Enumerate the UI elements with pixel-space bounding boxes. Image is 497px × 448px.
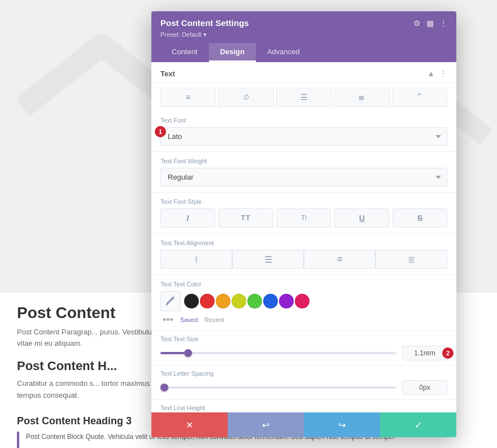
color-recent-label[interactable]: Recent: [204, 316, 224, 323]
section-header: Text ▲ ⋮: [151, 62, 456, 83]
color-dots-btn[interactable]: •••: [163, 315, 173, 325]
color-swatch-pink[interactable]: [295, 294, 309, 308]
redo-button[interactable]: ↪: [304, 412, 380, 437]
settings-icon[interactable]: ⚙: [413, 19, 421, 28]
cancel-button[interactable]: ✕: [151, 412, 228, 437]
modal-panel: Post Content Settings ⚙ ▦ ⋮ Preset: Defa…: [151, 11, 456, 437]
modal-preset[interactable]: Preset: Default ▾: [160, 31, 447, 38]
format-btn-quote[interactable]: ": [392, 88, 447, 107]
tab-design[interactable]: Design: [209, 43, 256, 62]
eyedropper-icon: [165, 296, 176, 306]
text-letter-spacing-section: Text Letter Spacing: [151, 366, 456, 400]
text-format-icon-row: ≡ ∅ ☰ ≣ ": [151, 83, 456, 111]
text-color-section: Text Text Color •••: [151, 275, 456, 331]
style-strikethrough-btn[interactable]: S: [393, 208, 447, 228]
font-style-buttons: I TT Tt U S: [160, 208, 447, 228]
tab-advanced[interactable]: Advanced: [256, 43, 311, 62]
modal-footer: ✕ ↩ ↪ ✓: [151, 412, 456, 437]
section-controls: ▲ ⋮: [427, 69, 447, 78]
tab-content[interactable]: Content: [160, 43, 209, 62]
alignment-buttons: ⁞ ☰ ≡ ≣: [160, 250, 447, 269]
align-center-btn[interactable]: ☰: [232, 250, 304, 269]
modal-body: Text ▲ ⋮ ≡ ∅ ☰ ≣ " Text Font 1 Lato Text…: [151, 62, 456, 412]
style-italic-btn[interactable]: I: [160, 208, 215, 228]
undo-icon: ↩: [262, 420, 269, 430]
color-eyedropper-btn[interactable]: [160, 291, 181, 311]
align-right-btn[interactable]: ≡: [304, 250, 376, 269]
color-swatch-orange[interactable]: [216, 294, 230, 308]
text-font-style-section: Text Font Style I TT Tt U S: [151, 193, 456, 234]
text-font-style-label: Text Font Style: [160, 198, 447, 205]
text-line-height-label: Text Line Height: [160, 404, 447, 411]
text-alignment-section: Text Text Alignment ⁞ ☰ ≡ ≣: [151, 234, 456, 275]
text-font-section: Text Font 1 Lato: [151, 111, 456, 152]
save-icon: ✓: [415, 420, 422, 430]
align-justify-btn[interactable]: ≣: [376, 250, 447, 269]
cancel-icon: ✕: [186, 420, 193, 430]
modal-title: Post Content Settings: [160, 18, 249, 28]
style-capitalize-btn[interactable]: Tt: [277, 208, 332, 228]
format-btn-strikethrough[interactable]: ∅: [218, 88, 273, 107]
section-title: Text: [160, 69, 175, 78]
redo-icon: ↪: [338, 420, 346, 430]
columns-icon[interactable]: ▦: [426, 19, 434, 28]
color-swatch-green[interactable]: [247, 294, 262, 308]
align-left-btn[interactable]: ⁞: [160, 250, 232, 269]
text-letter-spacing-label: Text Letter Spacing: [160, 370, 447, 377]
text-size-section: Text Text Size 2: [151, 331, 456, 366]
format-btn-list[interactable]: ≣: [334, 88, 389, 107]
badge-2: 2: [442, 347, 454, 359]
more-icon[interactable]: ⋮: [439, 19, 447, 28]
text-font-weight-section: Text Font Weight Regular: [151, 152, 456, 193]
section-more-icon[interactable]: ⋮: [439, 69, 447, 78]
modal-header-icons: ⚙ ▦ ⋮: [413, 19, 447, 28]
color-swatch-red[interactable]: [200, 294, 215, 308]
undo-button[interactable]: ↩: [228, 412, 304, 437]
format-btn-align-left[interactable]: ≡: [160, 88, 216, 107]
style-underline-btn[interactable]: U: [334, 208, 389, 228]
text-font-select[interactable]: Lato: [160, 127, 447, 146]
badge-1: 1: [155, 126, 166, 137]
modal-header: Post Content Settings ⚙ ▦ ⋮ Preset: Defa…: [151, 11, 456, 62]
text-letter-spacing-track[interactable]: [160, 386, 396, 389]
text-line-height-section: Text Line Height 3: [151, 400, 456, 412]
format-btn-center[interactable]: ☰: [276, 88, 332, 107]
text-size-input[interactable]: [402, 346, 447, 360]
color-saved-label[interactable]: Saved: [180, 316, 198, 323]
save-button[interactable]: ✓: [380, 412, 456, 437]
color-swatch-yellow[interactable]: [232, 294, 246, 308]
text-letter-spacing-input[interactable]: [402, 380, 447, 395]
text-size-label: Text Text Size: [160, 336, 447, 342]
text-size-track[interactable]: [160, 352, 396, 354]
color-swatch-blue[interactable]: [263, 294, 278, 308]
text-font-weight-label: Text Font Weight: [160, 158, 447, 164]
modal-tabs: Content Design Advanced: [160, 43, 447, 62]
collapse-icon[interactable]: ▲: [427, 69, 435, 78]
style-uppercase-btn[interactable]: TT: [219, 208, 273, 228]
text-color-label: Text Text Color: [160, 281, 447, 288]
text-font-weight-select[interactable]: Regular: [160, 168, 447, 186]
color-swatch-purple[interactable]: [279, 294, 294, 308]
color-swatch-black[interactable]: [184, 294, 199, 308]
text-alignment-label: Text Text Alignment: [160, 240, 447, 246]
text-font-label: Text Font: [160, 117, 447, 124]
